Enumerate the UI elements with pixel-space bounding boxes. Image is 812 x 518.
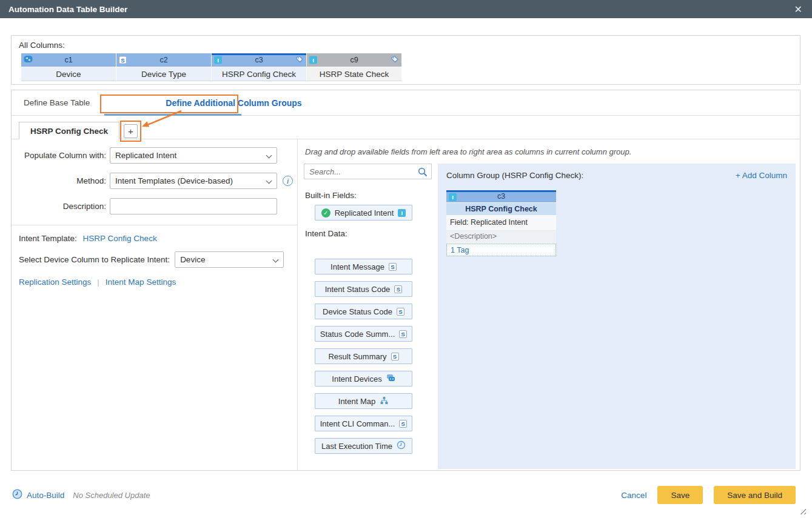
intent-template-label: Intent Template: [19,234,77,243]
column-header-c3[interactable]: I c3 [212,53,307,67]
column-group-tab-hsrp-config-check[interactable]: HSRP Config Check [19,122,119,139]
map-icon [380,396,389,407]
save-button[interactable]: Save [657,486,703,504]
field-chip-intent-status-code[interactable]: Intent Status Code S [315,281,412,297]
all-columns-name-row: Device Device Type HSRP Config Check HSR… [21,67,403,81]
intent-icon: I [309,56,317,64]
resize-handle[interactable] [799,507,806,514]
tag-icon [391,55,399,65]
column-card-description: <Description> [446,230,556,244]
devices-icon [386,374,395,384]
add-column-group-button[interactable]: + [124,124,138,138]
builtin-fields-label: Built-in Fields: [305,191,438,200]
field-chip-intent-cli-commands[interactable]: Intent CLI Comman... S [315,416,412,431]
tab-define-additional-column-groups[interactable]: Define Additional Column Groups [166,98,301,108]
settings-links-row: Replication Settings | Intent Map Settin… [19,277,297,287]
column-card-field: Field: Replicated Intent [446,216,556,230]
replication-settings-link[interactable]: Replication Settings [19,277,91,287]
field-chip-intent-message[interactable]: Intent Message S [315,259,412,274]
field-chip-intent-map[interactable]: Intent Map [315,393,412,409]
intent-icon: I [398,209,406,217]
column-header-c1[interactable]: c1 [21,53,116,67]
description-label: Description: [12,202,110,211]
description-input[interactable] [110,198,277,214]
string-icon: S [391,353,399,360]
info-icon[interactable]: i [283,176,293,186]
field-chip-status-code-summary[interactable]: Status Code Summ... S [315,326,412,342]
search-input[interactable] [304,167,414,176]
string-icon: S [389,263,397,271]
add-column-link[interactable]: + Add Column [736,171,787,180]
fields-columns-body: Built-in Fields: ✓ Replicated Intent I I… [304,164,800,471]
field-chip-intent-devices[interactable]: Intent Devices [315,371,412,387]
all-columns-table: c1 S c2 I c3 I c9 Device [21,53,403,81]
string-icon: S [394,285,402,293]
section-divider [12,225,297,225]
active-tab-underline [104,114,241,116]
dialog-title: Automation Data Table Builder [8,5,127,14]
search-icon[interactable] [418,167,428,179]
string-icon: S [399,420,407,428]
column-group-header: Column Group (HSRP Config Check): + Add … [438,164,796,180]
device-column-row: Select Device Column to Replicate Intent… [19,251,297,268]
schedule-status: No Scheduled Update [73,491,150,500]
column-group-title: Column Group (HSRP Config Check): [446,171,583,180]
field-chip-label: Intent Status Code [325,285,391,294]
device-column-select[interactable]: Device [175,251,284,268]
intent-data-field-list: Intent Message S Intent Status Code S De… [304,259,438,454]
intent-icon: I [449,193,457,201]
intent-template-link[interactable]: HSRP Config Check [83,234,157,243]
field-chip-result-summary[interactable]: Result Summary S [315,348,412,364]
save-and-build-button[interactable]: Save and Build [714,486,796,504]
column-name-device[interactable]: Device [21,67,116,81]
chevron-down-icon [266,153,272,159]
dialog-titlebar: Automation Data Table Builder ✕ [0,0,812,18]
column-name-hsrp-config-check[interactable]: HSRP Config Check [212,67,307,81]
intent-data-label: Intent Data: [305,229,438,238]
method-label: Method: [12,176,110,185]
field-chip-label: Result Summary [328,352,386,361]
column-card-name: HSRP Config Check [446,203,556,216]
intent-template-row: Intent Template: HSRP Config Check [19,234,297,243]
link-separator: | [97,277,99,287]
close-icon[interactable]: ✕ [792,4,805,15]
auto-build-group: Auto-Build No Scheduled Update [12,489,150,501]
method-row: Method: Intent Templates (Device-based) … [12,173,297,189]
dialog-footer: Auto-Build No Scheduled Update Cancel Sa… [0,471,812,518]
column-card-tag-link[interactable]: 1 Tag [446,244,556,256]
field-chip-label: Status Code Summ... [320,330,395,339]
footer-actions: Cancel Save Save and Build [621,486,796,504]
column-name-device-type[interactable]: Device Type [116,67,212,81]
chevron-down-icon [273,257,279,263]
tab-define-base-table[interactable]: Define Base Table [24,98,90,107]
device-column-label: Select Device Column to Replicate Intent… [19,255,175,264]
field-search [304,164,432,179]
all-columns-section: All Columns: c1 S c2 I c3 I c [11,35,800,85]
field-chip-label: Device Status Code [323,307,392,316]
intent-map-settings-link[interactable]: Intent Map Settings [106,277,176,287]
field-chip-label: Last Execution Time [321,442,392,451]
column-card-c3[interactable]: I c3 HSRP Config Check Field: Replicated… [446,190,556,256]
column-group-drop-area: Column Group (HSRP Config Check): + Add … [438,164,796,469]
field-chip-device-status-code[interactable]: Device Status Code S [315,304,412,319]
field-chip-replicated-intent[interactable]: ✓ Replicated Intent I [315,205,412,221]
populate-column-value: Replicated Intent [115,151,176,160]
populate-column-row: Populate Column with: Replicated Intent [12,147,297,164]
column-id: c1 [64,56,72,64]
column-header-c9[interactable]: I c9 [307,53,402,67]
all-columns-header-row: c1 S c2 I c3 I c9 [21,53,403,67]
drag-drop-hint: Drag and drop available fields from left… [305,147,800,156]
method-select[interactable]: Intent Templates (Device-based) [110,173,277,189]
field-chip-label: Intent CLI Comman... [320,419,395,428]
auto-build-link[interactable]: Auto-Build [27,491,64,500]
column-header-c2[interactable]: S c2 [116,53,212,67]
populate-column-select[interactable]: Replicated Intent [110,147,277,164]
populate-column-label: Populate Column with: [12,151,110,160]
column-name-hsrp-state-check[interactable]: HSRP State Check [307,67,402,81]
cancel-link[interactable]: Cancel [621,491,646,500]
description-row: Description: [12,198,297,214]
builder-main-panel: Define Base Table Define Additional Colu… [11,90,800,471]
field-chip-last-execution-time[interactable]: Last Execution Time [315,438,412,454]
fields-and-columns-pane: Drag and drop available fields from left… [298,139,800,471]
clock-icon [397,440,406,451]
